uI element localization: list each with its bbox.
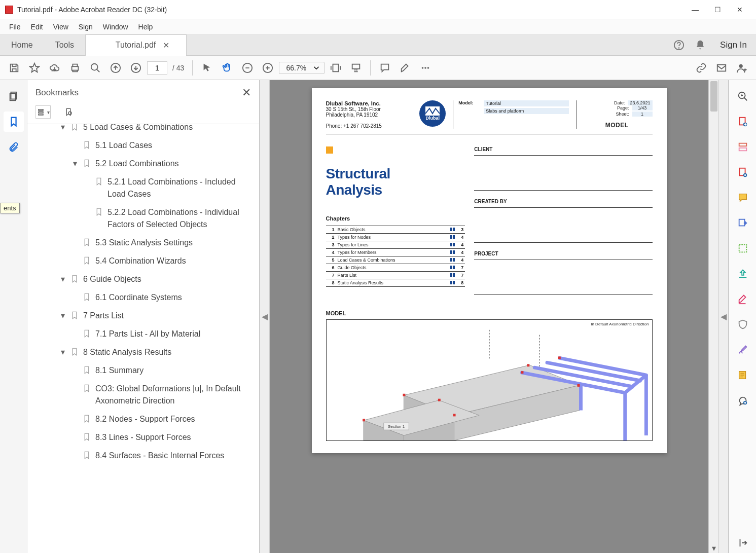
svg-rect-45 [558,356,560,359]
bookmark-item[interactable]: 8.1 Summary [27,361,259,380]
organize-pages-icon[interactable] [733,238,753,259]
menu-edit[interactable]: Edit [26,21,48,33]
print-icon[interactable] [66,59,84,77]
chevron-icon[interactable]: ▾ [58,124,68,133]
title-bar: Tutorial.pdf - Adobe Acrobat Reader DC (… [0,0,756,19]
bookmark-item[interactable]: ▾8 Static Analysis Results [27,343,259,361]
bookmark-item[interactable]: 5.2.1 Load Combinations - Included Load … [27,173,259,203]
bookmarks-panel-icon[interactable] [4,112,24,132]
scroll-down-icon[interactable]: ▾ [709,543,718,553]
rail-collapse-handle[interactable]: ◀ [718,80,729,553]
close-window-button[interactable]: ✕ [729,2,751,17]
bookmark-label: 8 Static Analysis Results [83,346,254,358]
hand-tool-icon[interactable] [218,59,236,77]
zoom-out-icon[interactable] [238,59,257,77]
svg-rect-13 [717,64,726,71]
chevron-icon[interactable]: ▾ [58,310,68,322]
find-bookmark-icon[interactable] [61,105,76,119]
tab-tools[interactable]: Tools [44,34,85,56]
sign-in-button[interactable]: Sign In [711,34,756,56]
pointer-tool-icon[interactable] [198,59,216,77]
more-tools-right-icon[interactable] [733,390,753,411]
bookmark-item[interactable]: 6.1 Coordinate Systems [27,288,259,307]
chapter-row: 1Basic Objects3 [326,226,465,234]
fit-view-icon[interactable] [327,59,345,77]
search-tool-icon[interactable] [733,86,753,106]
model-figure: In Default Axonometric Direction Section… [326,319,653,441]
combine-files-icon[interactable] [733,213,753,233]
maximize-button[interactable]: ☐ [706,2,729,17]
chevron-icon[interactable]: ▾ [58,273,68,285]
more-tools-icon[interactable] [416,59,435,77]
read-mode-icon[interactable] [347,59,365,77]
bookmark-label: 8.1 Summary [95,364,254,377]
notifications-button[interactable] [690,34,711,56]
prev-page-icon[interactable] [106,59,125,77]
bookmark-item[interactable]: 5.2.2 Load Combinations - Individual Fac… [27,203,259,234]
bookmark-item[interactable]: 5.1 Load Cases [27,136,259,155]
bookmark-item[interactable]: ▾7 Parts List [27,307,259,325]
next-page-icon[interactable] [127,59,145,77]
compress-pdf-icon[interactable] [733,264,753,284]
bookmark-item[interactable]: ▾5 Load Cases & Combinations [27,124,259,136]
menu-help[interactable]: Help [133,21,158,33]
zoom-dropdown[interactable]: 66.7% [279,62,325,74]
comment-icon[interactable] [376,59,394,77]
edit-pdf-icon[interactable] [733,137,753,157]
menu-view[interactable]: View [48,21,74,33]
document-view[interactable]: Dlubal Software, Inc. 30 S 15th St., 15t… [270,80,718,553]
bookmark-item[interactable]: 8.2 Nodes - Support Forces [27,410,259,428]
bookmark-item[interactable]: 7.1 Parts List - All by Material [27,325,259,343]
tab-document[interactable]: Tutorial.pdf ✕ [85,34,187,56]
bookmark-item[interactable]: 8.4 Surfaces - Basic Internal Forces [27,447,259,465]
menu-file[interactable]: File [4,21,26,33]
bookmark-item[interactable]: CO3: Global Deformations |u|, In Default… [27,380,259,410]
panel-close-icon[interactable]: ✕ [242,86,251,99]
minimize-button[interactable]: ― [684,2,706,17]
svg-rect-56 [739,245,746,252]
fill-sign-icon[interactable] [733,340,753,360]
comment-tool-icon[interactable] [733,188,753,208]
save-icon[interactable] [5,59,23,77]
bookmark-label: 8.2 Nodes - Support Forces [95,413,254,425]
protect-icon[interactable] [733,314,753,335]
bookmark-options-icon[interactable]: ▾ [35,105,51,119]
cloud-icon[interactable] [46,59,64,77]
zoom-in-icon[interactable] [259,59,277,77]
right-rail [729,80,756,553]
scrollbar-thumb[interactable] [710,81,717,112]
pdf-page: Dlubal Software, Inc. 30 S 15th St., 15t… [312,88,667,453]
search-icon[interactable] [86,59,104,77]
vertical-scrollbar[interactable]: ▴ ▾ [708,80,718,553]
tab-close-icon[interactable]: ✕ [163,41,169,50]
panel-collapse-handle[interactable]: ◀ [260,80,270,553]
help-button[interactable] [668,34,690,56]
page-number-input[interactable] [147,61,167,75]
highlight-icon[interactable] [396,59,414,77]
bookmark-item[interactable]: 8.3 Lines - Support Forces [27,428,259,447]
share-user-icon[interactable] [733,59,751,77]
thumbnails-panel-icon[interactable] [4,86,24,106]
redact-icon[interactable] [733,289,753,309]
create-pdf-icon[interactable] [733,162,753,182]
svg-rect-2 [72,66,79,70]
tab-home[interactable]: Home [0,34,44,56]
attachments-panel-icon[interactable] [4,137,24,157]
link-icon[interactable] [692,59,710,77]
expand-rail-icon[interactable] [733,533,753,553]
bookmark-label: 5.1 Load Cases [95,139,254,152]
bookmark-item[interactable]: ▾6 Guide Objects [27,270,259,288]
bookmark-item[interactable]: 5.4 Combination Wizards [27,252,259,270]
bookmarks-list[interactable]: ▾5 Load Cases & Combinations5.1 Load Cas… [27,124,259,553]
chevron-icon[interactable]: ▾ [58,346,68,358]
star-icon[interactable] [25,59,44,77]
menu-sign[interactable]: Sign [74,21,98,33]
page-total: / 43 [169,64,187,72]
email-icon[interactable] [712,59,731,77]
menu-window[interactable]: Window [98,21,133,33]
bookmark-item[interactable]: ▾5.2 Load Combinations [27,155,259,173]
send-comments-icon[interactable] [733,365,753,385]
chevron-icon[interactable]: ▾ [70,158,80,170]
export-pdf-icon[interactable] [733,112,753,132]
bookmark-item[interactable]: 5.3 Static Analysis Settings [27,234,259,252]
